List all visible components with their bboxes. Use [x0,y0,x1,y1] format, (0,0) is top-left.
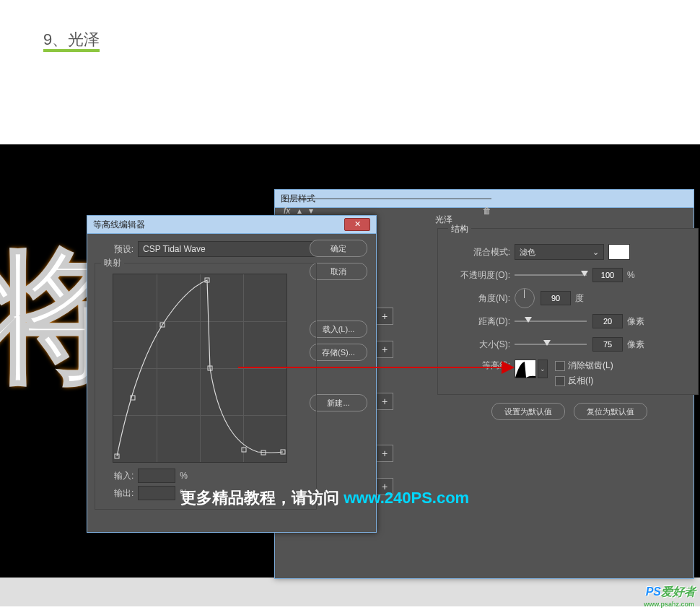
opacity-label: 不透明度(O): [445,269,510,282]
contour-label: 等高线: [445,360,510,372]
slider-thumb[interactable] [525,317,532,323]
make-default-button[interactable]: 设置为默认值 [491,403,565,420]
distance-unit: 像素 [627,315,644,328]
opacity-input[interactable]: 100 [592,268,623,282]
input-field[interactable] [138,469,175,483]
angle-unit: 度 [575,292,584,305]
size-unit: 像素 [627,339,644,351]
add-effect-button[interactable]: + [376,393,393,410]
bottom-gray-bar [0,578,700,606]
close-button[interactable]: ✕ [344,218,370,231]
blend-mode-label: 混合模式: [445,246,510,258]
size-label: 大小(S): [445,339,510,351]
size-slider[interactable] [515,344,587,345]
invert-label: 反相(I) [568,375,593,387]
arrow-down-icon[interactable]: ▾ [309,206,313,216]
artwork-text: 将 [0,220,87,509]
cancel-button[interactable]: 取消 [310,263,367,280]
fx-icon[interactable]: fx [284,206,290,216]
structure-group-label: 结构 [448,224,471,234]
input-unit: % [180,471,188,481]
arrow-up-icon[interactable]: ▴ [297,206,302,216]
mapping-label: 映射 [101,257,124,269]
color-swatch[interactable] [608,244,630,260]
new-button[interactable]: 新建... [310,394,367,411]
save-button[interactable]: 存储(S)... [310,344,367,361]
annotation-arrow [238,367,505,368]
input-label: 输入: [114,470,134,482]
chevron-down-icon: ⌄ [592,248,599,257]
distance-label: 距离(D): [445,315,510,328]
add-effect-button[interactable]: + [376,341,393,358]
add-effect-button[interactable]: + [376,445,393,462]
blend-mode-dropdown[interactable]: 滤色 ⌄ [515,244,604,260]
close-icon: ✕ [354,219,361,228]
antialias-label: 消除锯齿(L) [568,360,613,372]
contour-thumbnail[interactable] [515,360,536,378]
watermark-corner: PS爱好者 [646,585,696,600]
ok-button[interactable]: 确定 [310,240,367,257]
contour-editor-titlebar[interactable]: 等高线编辑器 ✕ [87,216,376,234]
angle-dial[interactable] [515,288,535,308]
opacity-unit: % [627,270,635,280]
output-field[interactable] [138,486,175,500]
angle-label: 角度(N): [445,292,510,305]
curve-canvas[interactable] [113,274,287,463]
annotation-arrow-head [502,361,515,374]
preset-label: 预设: [95,243,134,256]
blend-mode-value: 滤色 [520,247,535,258]
effect-add-column: + + + + + [376,215,405,511]
invert-checkbox[interactable] [555,376,565,386]
svg-rect-5 [242,448,246,452]
step-title: 9、光泽 [43,30,100,52]
contour-editor-dialog: 等高线编辑器 ✕ 预设: CSP Tidal Wave ⌄ 确定 取消 载入(L… [87,215,377,533]
angle-input[interactable]: 90 [541,291,571,305]
contour-editor-title: 等高线编辑器 [93,219,145,231]
slider-thumb[interactable] [543,340,551,346]
size-input[interactable]: 75 [592,337,623,352]
preset-value: CSP Tidal Wave [143,244,206,254]
watermark-url: www.psahz.com [644,601,694,608]
distance-input[interactable]: 20 [592,314,623,328]
contour-dropdown[interactable]: ⌄ [538,360,548,378]
reset-default-button[interactable]: 复位为默认值 [574,403,647,420]
watermark-text: 更多精品教程，请访问 www.240PS.com [180,487,469,509]
opacity-slider[interactable] [515,274,587,276]
distance-slider[interactable] [515,321,587,322]
antialias-checkbox[interactable] [555,361,565,371]
watermark-link: www.240PS.com [344,489,469,507]
slider-thumb[interactable] [581,271,588,276]
load-button[interactable]: 载入(L)... [310,321,367,338]
trash-icon[interactable]: 🗑 [483,206,491,216]
add-effect-button[interactable]: + [376,308,393,325]
output-label: 输出: [114,487,134,500]
